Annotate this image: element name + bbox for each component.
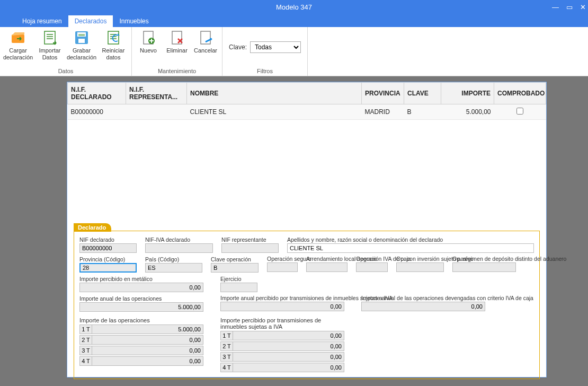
group-label-datos: Datos bbox=[0, 67, 131, 76]
ops-t3-field[interactable] bbox=[92, 346, 203, 355]
window-title: Modelo 347 bbox=[276, 3, 312, 11]
folder-arrow-icon bbox=[10, 29, 26, 46]
svg-rect-8 bbox=[172, 31, 182, 44]
cell-importe: 5.000,00 bbox=[441, 104, 494, 120]
svg-rect-9 bbox=[201, 31, 210, 44]
provincia-field[interactable] bbox=[79, 263, 137, 273]
close-icon[interactable]: ✕ bbox=[580, 3, 586, 11]
cell-nif: B00000000 bbox=[68, 104, 126, 120]
clave-filter-select[interactable]: Todas bbox=[250, 41, 301, 53]
col-comprobado[interactable]: COMPROBADO bbox=[494, 83, 546, 104]
importe-anual-caja-field[interactable] bbox=[361, 302, 485, 311]
op-iva-caja-field[interactable] bbox=[356, 262, 388, 272]
import-icon bbox=[41, 29, 58, 46]
col-clave[interactable]: CLAVE bbox=[404, 83, 441, 104]
clave-filter-label: Clave: bbox=[229, 43, 247, 51]
ribbon-tabs: Hoja resumen Declarados Inmuebles bbox=[0, 14, 588, 27]
importe-anual-field[interactable] bbox=[79, 302, 203, 312]
q2-label: 2 T bbox=[79, 335, 92, 345]
tab-inmuebles[interactable]: Inmuebles bbox=[113, 15, 155, 27]
save-icon bbox=[73, 29, 90, 46]
main-panel: N.I.F. DECLARADO N.I.F. REPRESENTA... NO… bbox=[67, 82, 547, 378]
cancel-doc-icon bbox=[197, 29, 214, 46]
cell-nifrep bbox=[126, 104, 187, 120]
q3-label: 3 T bbox=[79, 346, 92, 355]
declarado-tab-label: Declarado bbox=[74, 223, 111, 232]
nuevo-button[interactable]: Nuevo bbox=[135, 29, 162, 54]
nif-iva-field[interactable] bbox=[145, 243, 213, 253]
table-row[interactable]: B00000000 CLIENTE SL MADRID B 5.000,00 bbox=[68, 104, 546, 120]
maximize-icon[interactable]: ▭ bbox=[566, 3, 573, 11]
op-inversion-field[interactable] bbox=[396, 262, 444, 272]
ribbon-group-datos: Cargar declaración Importar Datos Grabar… bbox=[0, 27, 132, 76]
op-seguro-field[interactable] bbox=[267, 262, 298, 272]
trans-t4-field[interactable] bbox=[233, 363, 344, 372]
arrendamiento-field[interactable] bbox=[306, 262, 348, 272]
importe-anual-iva-field[interactable] bbox=[220, 302, 344, 311]
cell-comprobado-checkbox[interactable] bbox=[516, 108, 523, 115]
nif-representante-field[interactable] bbox=[221, 243, 279, 253]
trans-t3-field[interactable] bbox=[233, 352, 344, 362]
ribbon: Cargar declaración Importar Datos Grabar… bbox=[0, 27, 588, 76]
col-nombre[interactable]: NOMBRE bbox=[187, 83, 362, 104]
eliminar-button[interactable]: Eliminar bbox=[164, 29, 190, 54]
q4-label: 4 T bbox=[79, 356, 92, 366]
grabar-declaracion-button[interactable]: Grabar declaración bbox=[67, 29, 96, 61]
ribbon-group-mantenimiento: Nuevo Eliminar Cancelar Mantenimiento bbox=[132, 27, 222, 76]
tab-declarados[interactable]: Declarados bbox=[68, 15, 113, 27]
delete-doc-icon bbox=[168, 29, 185, 46]
svg-rect-5 bbox=[108, 31, 119, 44]
svg-rect-1 bbox=[44, 31, 55, 44]
cell-clave: B bbox=[404, 104, 441, 120]
clave-operacion-field[interactable] bbox=[211, 263, 259, 273]
op-aduanero-field[interactable] bbox=[452, 262, 516, 272]
group-label-mantenimiento: Mantenimiento bbox=[132, 67, 222, 76]
cargar-declaracion-button[interactable]: Cargar declaración bbox=[3, 29, 33, 61]
q1-label: 1 T bbox=[79, 324, 92, 334]
declarados-grid[interactable]: N.I.F. DECLARADO N.I.F. REPRESENTA... NO… bbox=[67, 82, 546, 120]
col-importe[interactable]: IMPORTE bbox=[441, 83, 494, 104]
tab-hoja-resumen[interactable]: Hoja resumen bbox=[16, 15, 68, 27]
refresh-icon bbox=[105, 29, 122, 46]
cell-nombre: CLIENTE SL bbox=[187, 104, 362, 120]
nif-declarado-field[interactable] bbox=[79, 243, 137, 253]
reiniciar-datos-button[interactable]: Reiniciar datos bbox=[99, 29, 128, 61]
trans-t2-field[interactable] bbox=[233, 341, 344, 351]
minimize-icon[interactable]: — bbox=[552, 3, 559, 11]
ribbon-group-filtros: Clave: Todas Filtros bbox=[222, 27, 308, 76]
titlebar: Modelo 347 — ▭ ✕ bbox=[0, 0, 588, 14]
trans-t1-field[interactable] bbox=[233, 331, 344, 340]
group-label-filtros: Filtros bbox=[222, 67, 307, 76]
col-provincia[interactable]: PROVINCIA bbox=[362, 83, 404, 104]
ops-t4-field[interactable] bbox=[92, 356, 203, 366]
importar-datos-button[interactable]: Importar Datos bbox=[35, 29, 65, 61]
col-nif[interactable]: N.I.F. DECLARADO bbox=[68, 83, 126, 104]
declarado-form: Declarado NIF declarado NIF-IVA declarad… bbox=[74, 231, 540, 379]
cancelar-button[interactable]: Cancelar bbox=[192, 29, 219, 54]
new-doc-icon bbox=[140, 29, 157, 46]
cell-prov: MADRID bbox=[362, 104, 404, 120]
ops-t1-field[interactable] bbox=[92, 324, 203, 334]
svg-rect-4 bbox=[78, 39, 85, 43]
ops-t2-field[interactable] bbox=[92, 335, 203, 345]
importe-trans-header: Importe percibido por transmisiones de i… bbox=[220, 317, 344, 330]
col-nifrep[interactable]: N.I.F. REPRESENTA... bbox=[126, 83, 187, 104]
nombre-field[interactable] bbox=[287, 243, 534, 253]
pais-field[interactable] bbox=[145, 263, 202, 273]
ejercicio-field[interactable] bbox=[220, 283, 257, 292]
metalico-field[interactable] bbox=[79, 283, 203, 292]
importe-ops-header: Importe de las operaciones bbox=[79, 317, 203, 323]
